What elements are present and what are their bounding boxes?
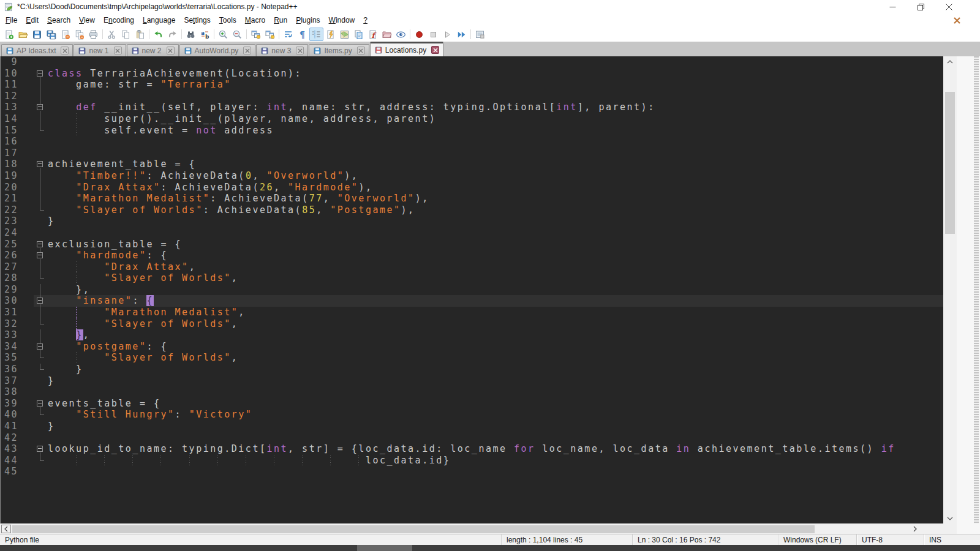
user-defined-language-button[interactable] xyxy=(323,28,337,41)
menu-item-plugins[interactable]: Plugins xyxy=(292,14,324,26)
menu-item-view[interactable]: View xyxy=(75,14,99,26)
save-all-button[interactable] xyxy=(44,28,58,41)
stop-recording-button[interactable] xyxy=(426,28,440,41)
tab-new-3[interactable]: new 3 xyxy=(256,44,308,56)
word-wrap-button[interactable] xyxy=(281,28,295,41)
code-line: 11 game: str = "Terraria" xyxy=(1,79,943,91)
folder-as-workspace-button[interactable] xyxy=(380,28,394,41)
zoom-out-button[interactable] xyxy=(230,28,244,41)
document-map-button[interactable] xyxy=(337,28,352,41)
copy-button[interactable] xyxy=(119,28,133,41)
tab-close-icon[interactable] xyxy=(296,47,304,54)
scroll-left-button[interactable] xyxy=(1,525,11,533)
undo-button[interactable] xyxy=(151,28,165,41)
tab-close-icon[interactable] xyxy=(431,46,439,54)
redo-button[interactable] xyxy=(165,28,179,41)
status-cursor-position: Ln : 30 Col : 16 Pos : 742 xyxy=(632,534,778,545)
bookmark-margin xyxy=(21,239,34,250)
save-recorded-macro-button[interactable] xyxy=(473,28,487,41)
string: "Slayer of Worlds" xyxy=(104,318,232,329)
menu-item-help[interactable]: ? xyxy=(359,14,372,26)
minimize-button[interactable] xyxy=(878,0,907,13)
line-number: 14 xyxy=(1,113,21,125)
menu-item-search[interactable]: Search xyxy=(43,14,75,26)
fold-margin xyxy=(34,250,47,261)
fold-collapse-box[interactable] xyxy=(37,241,43,247)
tab-new-1[interactable]: new 1 xyxy=(74,44,126,56)
menu-item-macro[interactable]: Macro xyxy=(241,14,270,26)
close-button[interactable] xyxy=(58,28,72,41)
close-all-button[interactable] xyxy=(72,28,86,41)
tab-autoworld-py[interactable]: AutoWorld.py xyxy=(179,44,256,56)
print-button[interactable] xyxy=(86,28,100,41)
show-all-characters-button[interactable]: ¶ xyxy=(295,28,309,41)
replace-button[interactable]: ab xyxy=(198,28,212,41)
close-icon xyxy=(946,4,952,10)
find-button[interactable] xyxy=(184,28,198,41)
tab-locations-py[interactable]: Locations.py xyxy=(370,42,443,56)
vertical-scrollbar-thumb[interactable] xyxy=(945,92,955,234)
run-macro-multiple-button[interactable] xyxy=(454,28,469,41)
code-token: events_table = { xyxy=(48,398,161,409)
fold-collapse-box[interactable] xyxy=(37,298,43,304)
menu-item-settings[interactable]: Settings xyxy=(179,14,214,26)
save-button[interactable] xyxy=(30,28,44,41)
close-document-button[interactable] xyxy=(953,16,961,24)
tab-close-icon[interactable] xyxy=(243,47,251,54)
menu-item-edit[interactable]: Edit xyxy=(21,14,43,26)
code-editor[interactable]: 910class TerrariaAchievement(Location):1… xyxy=(0,56,943,523)
show-indent-guide-button[interactable] xyxy=(309,28,323,41)
monitoring-button[interactable] xyxy=(394,28,408,41)
sync-vertical-button[interactable] xyxy=(249,28,263,41)
open-file-button[interactable] xyxy=(16,28,30,41)
fold-collapse-box[interactable] xyxy=(37,252,43,258)
playback-macro-button[interactable] xyxy=(440,28,454,41)
tab-close-icon[interactable] xyxy=(167,47,175,54)
fold-collapse-box[interactable] xyxy=(37,446,43,452)
fold-collapse-box[interactable] xyxy=(37,104,43,110)
code-token xyxy=(48,409,76,420)
cut-button[interactable] xyxy=(105,28,119,41)
horizontal-scrollbar[interactable] xyxy=(0,523,943,534)
menu-item-run[interactable]: Run xyxy=(270,14,292,26)
scroll-right-button[interactable] xyxy=(910,525,920,533)
fold-collapse-box[interactable] xyxy=(37,70,43,77)
menu-item-tools[interactable]: Tools xyxy=(215,14,241,26)
fold-collapse-box[interactable] xyxy=(37,161,43,167)
menu-item-encoding[interactable]: Encoding xyxy=(99,14,138,26)
function-list-button[interactable]: f xyxy=(366,28,380,41)
save-icon xyxy=(32,29,42,40)
sync-horizontal-icon xyxy=(265,29,275,40)
tab-items-py[interactable]: Items.py xyxy=(309,44,369,56)
paste-button[interactable] xyxy=(133,28,147,41)
sync-horizontal-button[interactable] xyxy=(263,28,277,41)
tab-close-icon[interactable] xyxy=(61,47,69,54)
line-number: 20 xyxy=(1,182,21,193)
scroll-up-button[interactable] xyxy=(943,56,957,67)
menu-item-window[interactable]: Window xyxy=(325,14,360,26)
record-macro-button[interactable] xyxy=(412,28,426,41)
tab-label: AutoWorld.py xyxy=(195,47,240,55)
fold-margin xyxy=(34,125,47,137)
scroll-down-button[interactable] xyxy=(943,513,957,523)
new-file-button[interactable] xyxy=(2,28,16,41)
horizontal-scrollbar-thumb[interactable] xyxy=(12,525,815,533)
saved-floppy-icon xyxy=(313,47,324,55)
menu-item-language[interactable]: Language xyxy=(138,14,179,26)
menu-item-file[interactable]: File xyxy=(1,14,21,26)
close-document-icon xyxy=(953,17,961,24)
tab-ap-ideas-txt[interactable]: AP Ideas.txt xyxy=(1,44,73,56)
tab-close-icon[interactable] xyxy=(357,47,365,54)
vertical-scrollbar[interactable] xyxy=(943,56,957,523)
close-button[interactable] xyxy=(935,0,963,13)
restore-button[interactable] xyxy=(907,0,935,13)
tab-close-icon[interactable] xyxy=(114,47,122,54)
fold-collapse-box[interactable] xyxy=(37,343,43,350)
zoom-in-button[interactable] xyxy=(216,28,230,41)
code-token xyxy=(48,250,76,261)
fold-margin xyxy=(34,421,47,432)
tab-new-2[interactable]: new 2 xyxy=(127,44,179,56)
bookmark-margin xyxy=(21,284,34,296)
document-list-button[interactable] xyxy=(352,28,366,41)
fold-collapse-box[interactable] xyxy=(37,400,43,407)
